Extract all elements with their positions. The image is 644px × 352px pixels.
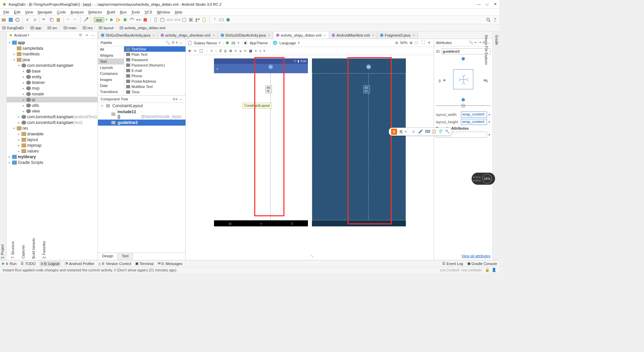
palette-search-icon[interactable]: 🔍 (165, 40, 170, 45)
tab-close-icon[interactable]: × (324, 33, 326, 37)
tab-close-icon[interactable]: × (372, 33, 374, 37)
tree-row[interactable]: ▸ui (7, 97, 98, 102)
breadcrumb-item[interactable]: src 〉 (47, 25, 62, 30)
tab-text[interactable]: Text (118, 253, 133, 260)
event-log-tab[interactable]: ☰Event Log (442, 261, 463, 266)
messages-tool-tab[interactable]: ✉0: Messages (158, 261, 182, 266)
editor-tab[interactable]: AndroidManifest.xml× (329, 32, 377, 39)
profiler-tool-tab[interactable]: ◔Android Profiler (65, 261, 95, 266)
editor-tab[interactable]: ShiGuDiDianActivity.java× (218, 32, 273, 39)
menu-view[interactable]: View (23, 9, 35, 15)
breadcrumb-item[interactable]: main 〉 (63, 25, 81, 30)
menu-code[interactable]: Code (55, 9, 68, 15)
hide-icon[interactable]: — (91, 33, 96, 38)
palette-item[interactable]: E-mail (124, 68, 185, 73)
palette-category[interactable]: Text (98, 58, 124, 64)
tree-row[interactable]: ▸utils (7, 102, 98, 108)
tree-row[interactable]: ▾res (7, 125, 98, 131)
palette-category[interactable]: All (98, 46, 124, 52)
palette-category[interactable]: Layouts (98, 64, 124, 71)
run-tool-tab[interactable]: ▶4: Run (2, 261, 16, 266)
palette-item[interactable]: TextView (124, 46, 185, 52)
apply-changes-icon[interactable] (116, 17, 121, 23)
tree-row[interactable]: ▸novate (7, 91, 98, 97)
tree-row[interactable]: ▸values (7, 148, 98, 154)
menu-help[interactable]: Help (173, 9, 184, 15)
copy-icon[interactable] (49, 17, 54, 23)
editor-tab[interactable]: activity_shigu_didian.xml× (273, 32, 329, 39)
editor-tab[interactable]: Fragment3.java× (377, 32, 418, 39)
blueprint-guideline[interactable]: % 60 % (368, 73, 369, 220)
guideline-handle-icon[interactable]: % (268, 64, 273, 69)
network-speed-widget[interactable]: ● 0K/s ● 0K/s 34% (472, 173, 495, 185)
open-icon[interactable] (1, 17, 7, 23)
ime-tool-icon[interactable]: 🔧 (445, 129, 450, 134)
autoconnect-icon[interactable]: Ƨ (219, 49, 222, 53)
tree-row[interactable]: ▸mylibrary (7, 154, 98, 160)
pan-icon[interactable]: ⛶ (421, 40, 426, 45)
undo-icon[interactable] (25, 17, 31, 23)
gutter-tab[interactable]: 7: Structure (10, 34, 15, 260)
palette-item[interactable]: Multiline Text (124, 84, 185, 89)
tree-row[interactable]: ▸layout (7, 137, 98, 142)
palette-category[interactable]: Images (98, 77, 124, 83)
attach-debugger-icon[interactable] (136, 17, 141, 23)
comptree-settings-icon[interactable]: ⚙ (172, 97, 176, 101)
save-icon[interactable] (8, 17, 13, 23)
minimize-button[interactable]: — (477, 2, 481, 6)
forward-nav-icon[interactable]: → (73, 17, 78, 23)
tab-close-icon[interactable]: × (413, 33, 415, 37)
component-tree-row[interactable]: include11 () - @layout/include_layou (98, 109, 185, 120)
layout-width-value[interactable]: wrap_content (461, 112, 487, 118)
avd-icon[interactable] (153, 17, 158, 23)
zoom-fit-icon[interactable]: ▢ (415, 40, 419, 45)
project-tree[interactable]: ▾appsampledata▸manifests▾java▾com.toncen… (7, 39, 98, 260)
menu-tools[interactable]: Tools (129, 9, 142, 15)
view-mode-icon[interactable]: 👁 (188, 49, 192, 53)
infer-constraints-icon[interactable]: ≡ (239, 49, 241, 53)
language-selector[interactable]: Language (279, 41, 296, 45)
terminal-tool-tab[interactable]: ▣Terminal (135, 261, 154, 266)
palette-item[interactable]: Phone (124, 73, 185, 79)
account-icon[interactable] (492, 17, 498, 23)
run-icon[interactable] (109, 17, 114, 23)
sync-icon[interactable] (15, 17, 20, 23)
vcs-label2[interactable]: VCS (174, 18, 180, 21)
id-input[interactable] (441, 48, 490, 54)
blueprint-guideline-handle-icon[interactable]: % (366, 64, 371, 69)
orientation-icon[interactable] (199, 49, 204, 53)
menu-edit[interactable]: Edit (12, 9, 22, 15)
design-canvas[interactable]: ▽ ▮ 8:00 ‹ % 60 % ConstraintLa (186, 55, 434, 260)
stop-icon[interactable] (143, 17, 148, 23)
left-connect-icon[interactable] (443, 79, 445, 81)
component-tree-row[interactable]: guideline3 (98, 120, 185, 126)
breadcrumb-item[interactable]: res 〉 (83, 25, 97, 30)
search-icon[interactable] (486, 17, 491, 23)
ime-logo-icon[interactable]: S (391, 129, 397, 135)
hector-icon[interactable]: 👤 (492, 268, 496, 272)
lock-icon[interactable]: 🔒 (485, 268, 490, 272)
palette-hide-icon[interactable]: — (179, 41, 183, 45)
android-icon[interactable] (225, 17, 231, 23)
clear-constraints-icon[interactable]: ⊗ (229, 49, 232, 53)
gutter-tab[interactable]: 1: Project (0, 34, 5, 260)
attrs-settings-icon[interactable]: ⚙ (482, 40, 486, 45)
resize-handle-icon[interactable]: ⤡ (310, 253, 314, 259)
align-icon[interactable]: I (260, 49, 261, 53)
palette-categories[interactable]: AllWidgetsTextLayoutsContainersImagesDat… (98, 46, 124, 95)
tree-row[interactable]: ▸drawable (7, 131, 98, 137)
breadcrumb-item[interactable]: layout 〉 (99, 25, 118, 30)
ime-toolbar[interactable]: S 英 •, ☺ 🎤 ⌨ 📋 👕 🔧 (389, 128, 452, 136)
cut-icon[interactable]: ✂ (42, 17, 48, 23)
tree-row[interactable]: ▸entity (7, 74, 98, 80)
gutter-tab[interactable]: Gradle (494, 34, 499, 260)
default-margin[interactable]: 0 (224, 49, 226, 53)
layout-height-value[interactable]: wrap_content (461, 119, 487, 125)
redo-icon[interactable] (32, 17, 37, 23)
attrs-search-icon[interactable]: 🔍 (469, 40, 473, 45)
palette-item[interactable]: Password (124, 57, 185, 62)
vcs-tool-tab[interactable]: ⎌9: Version Control (99, 262, 131, 266)
zoom-out-icon[interactable]: ⊖ (395, 41, 398, 45)
zoom-level[interactable]: 50% (400, 41, 408, 45)
palette-category[interactable]: Date (98, 83, 124, 89)
